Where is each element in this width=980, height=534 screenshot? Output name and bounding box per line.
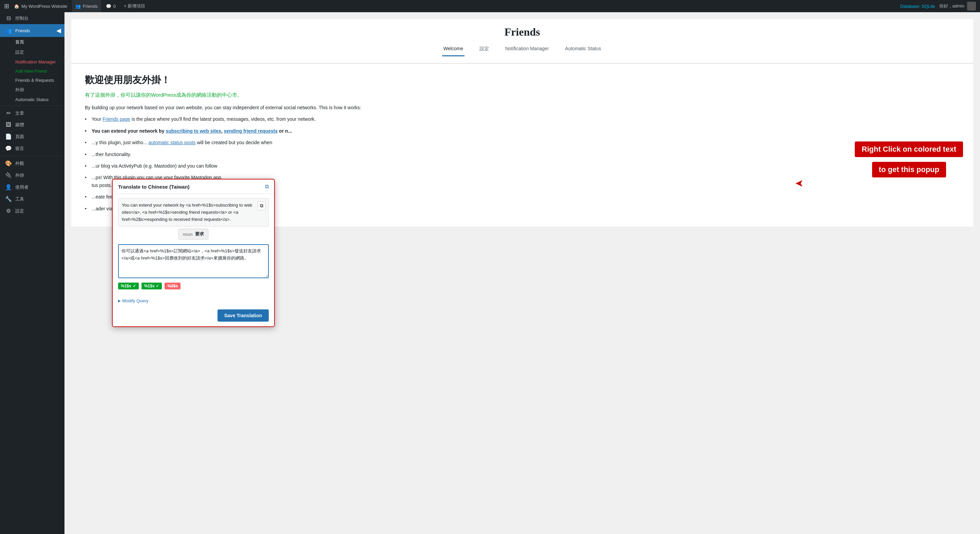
- avatar[interactable]: [967, 2, 976, 11]
- translation-popup: Translate to Chinese (Taiwan) ⧉ You can …: [112, 179, 275, 327]
- green-intro: 有了這個外掛，你可以讓你的WordPress成為你的網絡活動的中心市。: [85, 92, 959, 99]
- tooltip-word: 要求: [195, 231, 204, 237]
- popup-body: You can extend your network by <a href=%…: [113, 194, 274, 294]
- tab-welcome[interactable]: Welcome: [442, 44, 465, 56]
- submenu-friends-requests[interactable]: Friends & Requests: [0, 76, 64, 85]
- sidebar-item-dashboard[interactable]: ⊟ 控制台: [0, 12, 64, 24]
- sidebar-item-friends[interactable]: 👥 Friends ◀: [0, 24, 64, 37]
- page-title-bar: Friends Welcome 設定 Notification Manager …: [71, 19, 973, 64]
- modify-query[interactable]: Modify Query: [118, 298, 269, 303]
- tag-1[interactable]: %1$s ✓: [118, 283, 139, 289]
- main-content: Friends Welcome 設定 Notification Manager …: [64, 12, 980, 534]
- welcome-heading: 歡迎使用朋友外掛！: [85, 74, 959, 86]
- page-title: Friends: [78, 26, 966, 38]
- admin-sidebar: ⊟ 控制台 👥 Friends ◀ 首頁 設定 Notification Man…: [0, 12, 64, 534]
- comments-icon: 💬: [5, 145, 12, 152]
- bullet-item-2: You can extend your network by subscribi…: [85, 127, 959, 135]
- db-badge: Database: SQLite: [900, 4, 935, 9]
- sidebar-item-comments[interactable]: 💬 留言: [0, 143, 64, 154]
- settings-icon: ⚙: [5, 208, 12, 214]
- popup-header: Translate to Chinese (Taiwan) ⧉: [113, 180, 274, 194]
- submenu-automatic-status[interactable]: Automatic Status: [0, 95, 64, 104]
- plugins-icon: 🔌: [5, 172, 12, 178]
- tag-3[interactable]: %2$s: [165, 283, 181, 289]
- check-icon-1: ✓: [133, 284, 136, 288]
- greeting-text: 你好，admin: [939, 3, 964, 9]
- submenu-home[interactable]: 首頁: [0, 37, 64, 47]
- check-icon-2: ✓: [156, 284, 159, 288]
- friends-submenu: 首頁 設定 Notification Manager Add New Frien…: [0, 37, 64, 104]
- arrow-annotation-icon: ➤: [795, 177, 803, 189]
- sidebar-item-tools[interactable]: 🔧 工具: [0, 193, 64, 205]
- wp-logo-icon[interactable]: ⊞: [4, 2, 9, 10]
- sidebar-item-appearance[interactable]: 🎨 外觀: [0, 157, 64, 169]
- submenu-settings[interactable]: 設定: [0, 47, 64, 57]
- auto-status-link[interactable]: automatic status posts: [148, 140, 196, 145]
- new-item-link[interactable]: + 新增項目: [121, 0, 149, 12]
- annotation-line2: to get this popup: [872, 162, 946, 178]
- admin-bar: ⊞ 🏠 My WordPress Website 👥 Friends 💬 0 +…: [0, 0, 980, 12]
- sidebar-item-users[interactable]: 👤 使用者: [0, 181, 64, 193]
- sidebar-item-pages[interactable]: 📄 頁面: [0, 130, 64, 143]
- annotation-line1: Right Click on colored text: [855, 141, 963, 157]
- friends-nav-item[interactable]: 👥 Friends: [72, 0, 101, 12]
- tab-notification-manager[interactable]: Notification Manager: [504, 44, 550, 56]
- tag-row: %1$s ✓ %1$s ✓ %2$s: [118, 283, 269, 289]
- house-icon: 🏠: [14, 4, 19, 9]
- popup-title: Translate to Chinese (Taiwan): [118, 184, 190, 190]
- submenu-add-new-friend[interactable]: Add New Friend: [0, 67, 64, 76]
- site-name-link[interactable]: 🏠 My WordPress Website: [11, 0, 71, 12]
- appearance-icon: 🎨: [5, 160, 12, 167]
- friends-icon: 👥: [5, 27, 12, 34]
- nav-tabs: Welcome 設定 Notification Manager Automati…: [78, 44, 966, 56]
- arrow-icon: ◀: [56, 27, 61, 34]
- submenu-notification-manager[interactable]: Notification Manager: [0, 57, 64, 67]
- tab-automatic-status[interactable]: Automatic Status: [564, 44, 602, 56]
- dashboard-icon: ⊟: [5, 15, 12, 21]
- friends-page-link[interactable]: Friends page: [102, 116, 130, 122]
- friend-requests-link[interactable]: sending friend requests: [224, 128, 278, 134]
- tools-icon: 🔧: [5, 196, 12, 202]
- sidebar-item-posts[interactable]: ✏ 文章: [0, 107, 64, 119]
- bullet-item-3: ...y this plugin, just witho... automati…: [85, 139, 959, 146]
- sidebar-item-media[interactable]: 🖼 媒體: [0, 119, 64, 130]
- translation-textarea[interactable]: 你可以通過<a href=%1$s>訂閱網站</a>，<a href=%1$s>…: [118, 244, 269, 278]
- media-icon: 🖼: [5, 122, 12, 128]
- comments-nav-item[interactable]: 💬 0: [102, 0, 119, 12]
- subscribing-link[interactable]: subscribing to web sites: [165, 128, 221, 134]
- comment-icon: 💬: [106, 4, 111, 9]
- friends-nav-icon: 👥: [75, 4, 81, 9]
- submenu-plugins[interactable]: 外掛: [0, 85, 64, 95]
- save-translation-button[interactable]: Save Translation: [218, 309, 269, 322]
- tab-settings[interactable]: 設定: [478, 44, 490, 56]
- tooltip-noun: noun: [183, 232, 193, 237]
- tooltip: noun 要求: [178, 229, 209, 240]
- popup-footer: Save Translation: [113, 306, 274, 326]
- bullet-item-5: ...ur blog via ActivityPub (e.g. Mastodo…: [85, 162, 959, 170]
- popup-external-link-button[interactable]: ⧉: [265, 184, 269, 190]
- sidebar-item-settings[interactable]: ⚙ 設定: [0, 205, 64, 217]
- tag-2[interactable]: %1$s ✓: [142, 283, 162, 289]
- paragraph1: By building up your network based on you…: [85, 104, 959, 111]
- source-text: You can extend your network by <a href=%…: [118, 198, 269, 227]
- posts-icon: ✏: [5, 110, 12, 116]
- pages-icon: 📄: [5, 134, 12, 140]
- bullet-item-1: Your Friends page is the place where you…: [85, 115, 959, 123]
- content-area: 歡迎使用朋友外掛！ 有了這個外掛，你可以讓你的WordPress成為你的網絡活動…: [71, 64, 973, 227]
- sidebar-item-plugins[interactable]: 🔌 外掛: [0, 169, 64, 181]
- users-icon: 👤: [5, 184, 12, 190]
- bullet-item-4: ...ther functionality.: [85, 151, 959, 158]
- copy-source-button[interactable]: ⧉: [258, 201, 266, 210]
